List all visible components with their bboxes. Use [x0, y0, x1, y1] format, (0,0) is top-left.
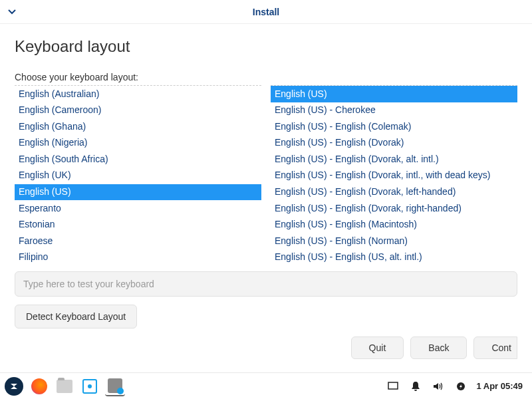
variant-item[interactable]: English (US) - English (Dvorak, left-han…: [271, 184, 517, 201]
installer-icon: [108, 378, 122, 393]
variant-item[interactable]: English (US) - English (Macintosh): [271, 217, 517, 233]
back-button[interactable]: Back: [410, 336, 467, 359]
variant-item[interactable]: English (US) - English (Dvorak): [271, 135, 517, 152]
taskbar-software[interactable]: [80, 376, 100, 396]
window-menu-button[interactable]: [5, 5, 19, 19]
variant-item[interactable]: English (US) - English (US, alt. intl.): [271, 249, 517, 265]
layout-item[interactable]: English (Ghana): [15, 118, 261, 135]
layout-item[interactable]: English (UK): [15, 168, 261, 184]
svg-point-0: [88, 384, 92, 388]
window-title: Install: [253, 7, 279, 17]
layout-item[interactable]: English (Cameroon): [15, 102, 261, 119]
layout-item[interactable]: English (US): [15, 184, 261, 201]
variant-list[interactable]: English (US)English (US) - CherokeeEngli…: [271, 85, 517, 265]
taskbar-installer[interactable]: [105, 376, 125, 396]
keyboard-test-input[interactable]: [15, 271, 517, 297]
layout-item[interactable]: Faroese: [15, 233, 261, 249]
firefox-icon: [31, 378, 47, 394]
titlebar: Install: [0, 0, 532, 24]
layout-item[interactable]: English (Australian): [15, 86, 261, 102]
installer-window: Install Keyboard layout Choose your keyb…: [0, 0, 532, 372]
tray-desktop-icon[interactable]: [386, 379, 400, 394]
prompt-label: Choose your keyboard layout:: [15, 72, 517, 82]
quit-button[interactable]: Quit: [351, 336, 404, 359]
layout-item[interactable]: Estonian: [15, 217, 261, 233]
footer-buttons: Quit Back Cont: [15, 329, 517, 366]
taskbar-clock[interactable]: 1 Apr 05:49: [476, 381, 528, 391]
files-icon: [57, 380, 72, 393]
variant-item[interactable]: English (US): [271, 86, 517, 102]
tray-sound-icon[interactable]: [431, 379, 446, 394]
tray-power-icon[interactable]: [454, 379, 468, 394]
page-heading: Keyboard layout: [15, 37, 517, 56]
detect-layout-button[interactable]: Detect Keyboard Layout: [15, 305, 137, 329]
variant-item[interactable]: English (US) - English (Dvorak, alt. int…: [271, 151, 517, 168]
taskbar-firefox[interactable]: [29, 376, 49, 396]
layout-item[interactable]: Filipino: [15, 249, 261, 265]
svg-rect-1: [388, 382, 398, 389]
start-menu-button[interactable]: [4, 376, 24, 396]
layout-list[interactable]: English (Australian)English (Cameroon)En…: [15, 85, 261, 265]
layout-item[interactable]: Esperanto: [15, 200, 261, 217]
variant-item[interactable]: English (US) - Cherokee: [271, 102, 517, 119]
variant-item[interactable]: English (US) - English (Dvorak, intl., w…: [271, 168, 517, 184]
content: Keyboard layout Choose your keyboard lay…: [0, 24, 532, 372]
variant-item[interactable]: English (US) - English (Norman): [271, 233, 517, 249]
layout-item[interactable]: English (South Africa): [15, 151, 261, 168]
layout-item[interactable]: English (Nigeria): [15, 135, 261, 152]
variant-item[interactable]: English (US) - English (Dvorak, right-ha…: [271, 200, 517, 217]
software-icon: [82, 379, 97, 394]
layout-lists: English (Australian)English (Cameroon)En…: [15, 85, 517, 265]
variant-item[interactable]: English (US) - English (Colemak): [271, 118, 517, 135]
zorin-logo-icon: [5, 377, 23, 396]
tray-notifications-icon[interactable]: [408, 379, 423, 394]
taskbar-files[interactable]: [55, 376, 74, 396]
taskbar: 1 Apr 05:49: [0, 372, 532, 399]
continue-button[interactable]: Cont: [473, 336, 517, 359]
